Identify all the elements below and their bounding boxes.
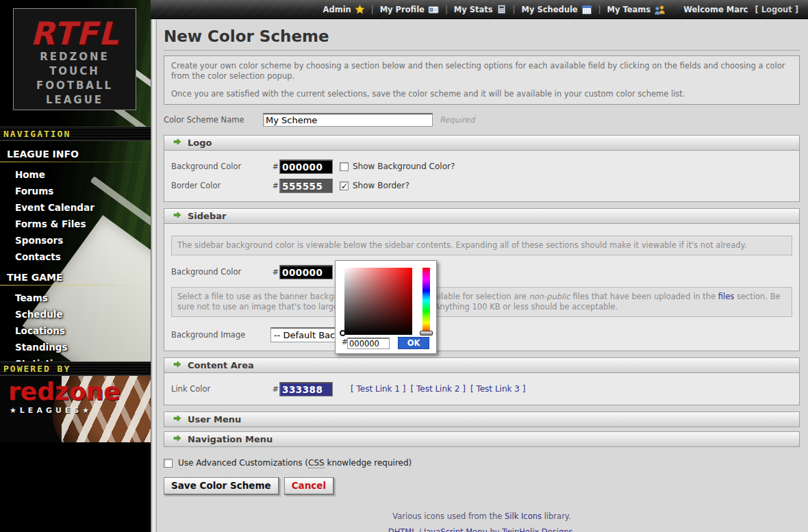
- banner-image-note: Select a file to use as the banner backg…: [171, 287, 792, 317]
- hex-hash: #: [270, 162, 279, 171]
- sidebar-item-forums[interactable]: Forums: [0, 183, 151, 199]
- sidebar-item-sponsors[interactable]: Sponsors: [0, 232, 151, 249]
- menu-item-admin[interactable]: Admin: [323, 4, 365, 14]
- calendar-icon: [581, 4, 592, 15]
- frame-divider-scrollbar[interactable]: [151, 19, 157, 532]
- menu-item-label: My Stats: [454, 5, 493, 14]
- menu-separator: |: [445, 5, 448, 14]
- section-header-navigation-menu[interactable]: Navigation Menu: [164, 431, 800, 447]
- test-links: [ Test Link 1 ] [ Test Link 2 ] [ Test L…: [351, 384, 525, 394]
- league-logo-abbr: RTFL: [14, 17, 136, 50]
- javascript-menu-link[interactable]: JavaScript Menu: [424, 527, 488, 532]
- advanced-customizations-checkbox[interactable]: [164, 459, 173, 468]
- menu-item-my-teams[interactable]: My Teams: [607, 4, 666, 15]
- test-link-3[interactable]: [ Test Link 3 ]: [470, 384, 525, 394]
- section-title: Logo: [188, 138, 212, 148]
- hex-hash: #: [270, 385, 279, 394]
- test-link-2[interactable]: [ Test Link 2 ]: [410, 384, 465, 394]
- section-title: User Menu: [188, 414, 241, 425]
- footer-text: by: [488, 527, 502, 532]
- sidebar-item-forms-files[interactable]: Forms & Files: [0, 216, 151, 232]
- hex-hash: #: [270, 268, 279, 277]
- intro-paragraph: Once you are satisfied with the current …: [171, 89, 792, 99]
- footer-text: .: [572, 527, 575, 532]
- hue-slider-handle[interactable]: [420, 331, 433, 335]
- menu-item-my-stats[interactable]: My Stats: [454, 4, 507, 14]
- action-buttons: Save Color Scheme Cancel: [164, 477, 800, 495]
- menu-item-label: My Schedule: [521, 5, 577, 14]
- field-row-logo-border: Border Color # 555555 Show Border?: [171, 176, 792, 195]
- menu-separator: |: [513, 5, 516, 14]
- sidebar-item-schedule[interactable]: Schedule: [0, 306, 151, 322]
- advanced-customizations-label: Use Advanced Customizations (CSS knowled…: [178, 458, 412, 468]
- logo-background-color-swatch[interactable]: 000000: [279, 160, 333, 174]
- note-text: files that have been uploaded in the: [570, 292, 718, 301]
- intro-paragraph: Create your own color scheme by choosing…: [171, 61, 792, 81]
- color-selector-ring[interactable]: [340, 330, 346, 336]
- menu-rule: [0, 162, 151, 162]
- sidebar-item-teams[interactable]: Teams: [0, 290, 151, 306]
- menu-item-my-profile[interactable]: My Profile: [380, 4, 439, 15]
- field-label: Background Color: [171, 267, 270, 277]
- menu-separator: |: [598, 5, 601, 14]
- topbar-user-area: Welcome Marc [ Logout ]: [683, 5, 798, 14]
- redzone-wordmark: redzone: [8, 377, 121, 405]
- logo-border-color-swatch[interactable]: 555555: [279, 179, 333, 193]
- show-border-checkbox[interactable]: [340, 181, 349, 190]
- sidebar-background-color-swatch[interactable]: 000000: [279, 265, 333, 279]
- silk-icons-link[interactable]: Silk Icons: [505, 511, 542, 521]
- league-logo-line: LEAGUE: [14, 93, 136, 107]
- menu-item-my-schedule[interactable]: My Schedule: [521, 4, 592, 15]
- sidebar-menu: LEAGUE INFO Home Forums Event Calendar F…: [0, 142, 151, 372]
- hue-strip[interactable]: [422, 268, 430, 333]
- welcome-text: Welcome Marc: [683, 5, 748, 14]
- advanced-customizations-row: Use Advanced Customizations (CSS knowled…: [164, 458, 800, 468]
- navigation-banner: NAVIGATION: [0, 127, 151, 141]
- page-title: New Color Scheme: [164, 27, 800, 51]
- label-text: Use Advanced Customizations (: [178, 458, 308, 468]
- ok-button[interactable]: OK: [398, 337, 429, 349]
- section-header-logo[interactable]: Logo: [164, 135, 800, 151]
- picker-hex-input[interactable]: [347, 338, 390, 349]
- sidebar-item-locations[interactable]: Locations: [0, 322, 151, 339]
- section-header-content-area[interactable]: Content Area: [164, 357, 800, 373]
- vcard-icon: [428, 4, 439, 15]
- css-abbr: CSS: [308, 458, 325, 468]
- cancel-button[interactable]: Cancel: [284, 477, 334, 495]
- sidebar-item-home[interactable]: Home: [0, 166, 151, 183]
- link-color-swatch[interactable]: 333388: [279, 382, 333, 396]
- top-menu: Admin | My Profile | My Stats | My Sched…: [323, 4, 666, 15]
- checkbox-label: Show Background Color?: [353, 162, 455, 171]
- field-label: Background Image: [171, 330, 270, 340]
- star-icon: [355, 4, 365, 14]
- league-logo-line: REDZONE: [14, 50, 136, 64]
- logout-link[interactable]: [ Logout ]: [755, 5, 798, 14]
- top-menu-bar: Admin | My Profile | My Stats | My Sched…: [151, 0, 808, 19]
- section-body-content-area: Link Color # 333388 [ Test Link 1 ] [ Te…: [164, 373, 800, 405]
- hex-hash: #: [270, 181, 279, 190]
- field-row-sidebar-background: Background Color # 000000: [171, 262, 792, 281]
- menu-separator: |: [371, 5, 374, 14]
- menu-heading-league-info: LEAGUE INFO: [7, 149, 151, 160]
- section-header-sidebar[interactable]: Sidebar: [164, 208, 800, 224]
- save-color-scheme-button[interactable]: Save Color Scheme: [164, 477, 279, 495]
- show-background-checkbox[interactable]: [340, 162, 349, 171]
- sidebar-item-event-calendar[interactable]: Event Calendar: [0, 199, 151, 216]
- twinhelix-link[interactable]: TwinHelix Designs: [502, 527, 572, 532]
- green-arrow-icon: [173, 211, 181, 221]
- menu-item-label: Admin: [323, 5, 351, 14]
- files-link[interactable]: files: [718, 292, 735, 301]
- redzone-leagues-logo[interactable]: redzone ★LEAGUES★: [0, 376, 151, 442]
- powered-by-banner: POWERED BY: [0, 362, 151, 376]
- section-header-user-menu[interactable]: User Menu: [164, 411, 800, 427]
- dhtml-link[interactable]: DHTML: [388, 527, 416, 532]
- section-title: Navigation Menu: [188, 434, 273, 444]
- note-text-italic: non-public: [529, 292, 570, 301]
- test-link-1[interactable]: [ Test Link 1 ]: [351, 384, 405, 394]
- color-scheme-name-input[interactable]: [263, 113, 433, 127]
- sidebar-item-standings[interactable]: Standings: [0, 339, 151, 355]
- menu-heading-the-game: THE GAME: [7, 272, 151, 283]
- sidebar-item-contacts[interactable]: Contacts: [0, 249, 151, 265]
- saturation-value-gradient[interactable]: [344, 268, 412, 335]
- section-body-sidebar: The sidebar background color is viewable…: [164, 224, 800, 351]
